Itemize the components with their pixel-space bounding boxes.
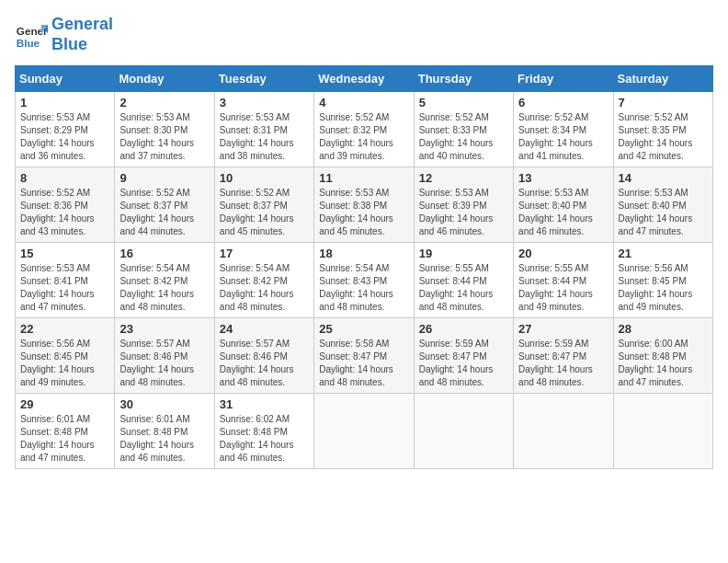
calendar-cell: 25 Sunrise: 5:58 AMSunset: 8:47 PMDaylig… xyxy=(314,318,414,394)
day-number: 23 xyxy=(119,322,209,336)
calendar-cell: 28 Sunrise: 6:00 AMSunset: 8:48 PMDaylig… xyxy=(613,318,712,394)
col-header-monday: Monday xyxy=(115,66,214,92)
day-number: 3 xyxy=(220,96,309,109)
calendar-cell: 19 Sunrise: 5:55 AMSunset: 8:44 PMDaylig… xyxy=(414,243,513,318)
day-info: Sunrise: 5:53 AMSunset: 8:38 PMDaylight:… xyxy=(319,188,393,236)
day-info: Sunrise: 5:52 AMSunset: 8:32 PMDaylight:… xyxy=(319,112,393,161)
calendar-cell: 2 Sunrise: 5:53 AMSunset: 8:30 PMDayligh… xyxy=(115,92,214,167)
day-info: Sunrise: 5:55 AMSunset: 8:44 PMDaylight:… xyxy=(518,263,593,312)
day-number: 10 xyxy=(220,171,309,185)
calendar-cell: 22 Sunrise: 5:56 AMSunset: 8:45 PMDaylig… xyxy=(16,318,115,394)
day-info: Sunrise: 6:01 AMSunset: 8:48 PMDaylight:… xyxy=(119,414,194,463)
calendar-cell xyxy=(613,394,712,469)
calendar-cell: 16 Sunrise: 5:54 AMSunset: 8:42 PMDaylig… xyxy=(115,243,214,318)
calendar-cell: 8 Sunrise: 5:52 AMSunset: 8:36 PMDayligh… xyxy=(16,167,115,243)
calendar-cell: 14 Sunrise: 5:53 AMSunset: 8:40 PMDaylig… xyxy=(613,167,712,243)
calendar-header-row: SundayMondayTuesdayWednesdayThursdayFrid… xyxy=(16,66,713,92)
day-number: 14 xyxy=(619,171,708,185)
day-number: 5 xyxy=(419,96,508,109)
day-info: Sunrise: 5:58 AMSunset: 8:47 PMDaylight:… xyxy=(319,339,393,387)
calendar-cell: 15 Sunrise: 5:53 AMSunset: 8:41 PMDaylig… xyxy=(16,243,115,318)
svg-text:Blue: Blue xyxy=(17,36,40,48)
day-info: Sunrise: 6:02 AMSunset: 8:48 PMDaylight:… xyxy=(220,414,294,463)
calendar-week-row: 15 Sunrise: 5:53 AMSunset: 8:41 PMDaylig… xyxy=(16,243,713,318)
day-info: Sunrise: 5:53 AMSunset: 8:40 PMDaylight:… xyxy=(518,188,593,236)
day-number: 19 xyxy=(419,247,508,260)
calendar-cell: 4 Sunrise: 5:52 AMSunset: 8:32 PMDayligh… xyxy=(314,92,414,167)
calendar-cell: 23 Sunrise: 5:57 AMSunset: 8:46 PMDaylig… xyxy=(115,318,214,394)
day-info: Sunrise: 5:55 AMSunset: 8:44 PMDaylight:… xyxy=(419,263,494,312)
day-info: Sunrise: 5:57 AMSunset: 8:46 PMDaylight:… xyxy=(119,339,194,387)
day-info: Sunrise: 5:56 AMSunset: 8:45 PMDaylight:… xyxy=(20,339,95,387)
col-header-saturday: Saturday xyxy=(613,66,712,92)
calendar-cell: 20 Sunrise: 5:55 AMSunset: 8:44 PMDaylig… xyxy=(514,243,613,318)
day-number: 22 xyxy=(20,322,109,336)
col-header-friday: Friday xyxy=(514,66,613,92)
day-number: 17 xyxy=(220,247,309,260)
day-info: Sunrise: 5:59 AMSunset: 8:47 PMDaylight:… xyxy=(518,339,593,387)
day-info: Sunrise: 5:59 AMSunset: 8:47 PMDaylight:… xyxy=(419,339,494,387)
calendar-cell: 17 Sunrise: 5:54 AMSunset: 8:42 PMDaylig… xyxy=(214,243,313,318)
day-number: 28 xyxy=(619,322,708,336)
calendar-table: SundayMondayTuesdayWednesdayThursdayFrid… xyxy=(15,65,713,469)
day-number: 29 xyxy=(20,397,109,411)
day-info: Sunrise: 6:00 AMSunset: 8:48 PMDaylight:… xyxy=(619,339,693,387)
day-number: 6 xyxy=(518,96,608,109)
calendar-cell: 6 Sunrise: 5:52 AMSunset: 8:34 PMDayligh… xyxy=(514,92,613,167)
logo-text: GeneralBlue xyxy=(51,15,113,54)
calendar-cell xyxy=(414,394,513,469)
day-info: Sunrise: 5:52 AMSunset: 8:37 PMDaylight:… xyxy=(119,188,194,236)
day-info: Sunrise: 6:01 AMSunset: 8:48 PMDaylight:… xyxy=(20,414,95,463)
day-number: 7 xyxy=(619,96,708,109)
calendar-cell: 31 Sunrise: 6:02 AMSunset: 8:48 PMDaylig… xyxy=(214,394,313,469)
calendar-cell: 21 Sunrise: 5:56 AMSunset: 8:45 PMDaylig… xyxy=(613,243,712,318)
day-number: 8 xyxy=(20,171,109,185)
calendar-cell: 10 Sunrise: 5:52 AMSunset: 8:37 PMDaylig… xyxy=(214,167,313,243)
day-number: 21 xyxy=(619,247,708,260)
calendar-week-row: 1 Sunrise: 5:53 AMSunset: 8:29 PMDayligh… xyxy=(16,92,713,167)
day-number: 16 xyxy=(119,247,209,260)
calendar-cell: 13 Sunrise: 5:53 AMSunset: 8:40 PMDaylig… xyxy=(514,167,613,243)
calendar-cell: 18 Sunrise: 5:54 AMSunset: 8:43 PMDaylig… xyxy=(314,243,414,318)
day-number: 20 xyxy=(518,247,608,260)
day-info: Sunrise: 5:54 AMSunset: 8:43 PMDaylight:… xyxy=(319,263,393,312)
day-number: 2 xyxy=(119,96,209,109)
day-number: 4 xyxy=(319,96,408,109)
col-header-wednesday: Wednesday xyxy=(314,66,414,92)
day-number: 13 xyxy=(518,171,608,185)
day-info: Sunrise: 5:52 AMSunset: 8:34 PMDaylight:… xyxy=(518,112,593,161)
day-info: Sunrise: 5:53 AMSunset: 8:39 PMDaylight:… xyxy=(419,188,494,236)
calendar-cell: 24 Sunrise: 5:57 AMSunset: 8:46 PMDaylig… xyxy=(214,318,313,394)
day-number: 26 xyxy=(419,322,508,336)
logo-icon: General Blue xyxy=(15,18,48,52)
calendar-week-row: 8 Sunrise: 5:52 AMSunset: 8:36 PMDayligh… xyxy=(16,167,713,243)
calendar-cell: 3 Sunrise: 5:53 AMSunset: 8:31 PMDayligh… xyxy=(214,92,313,167)
day-info: Sunrise: 5:54 AMSunset: 8:42 PMDaylight:… xyxy=(220,263,294,312)
day-info: Sunrise: 5:53 AMSunset: 8:29 PMDaylight:… xyxy=(20,112,95,161)
calendar-cell: 26 Sunrise: 5:59 AMSunset: 8:47 PMDaylig… xyxy=(414,318,513,394)
day-number: 9 xyxy=(119,171,209,185)
day-number: 25 xyxy=(319,322,408,336)
day-number: 27 xyxy=(518,322,608,336)
day-info: Sunrise: 5:53 AMSunset: 8:41 PMDaylight:… xyxy=(20,263,95,312)
day-info: Sunrise: 5:57 AMSunset: 8:46 PMDaylight:… xyxy=(220,339,294,387)
calendar-week-row: 22 Sunrise: 5:56 AMSunset: 8:45 PMDaylig… xyxy=(16,318,713,394)
page-header: General Blue GeneralBlue xyxy=(15,15,713,54)
day-info: Sunrise: 5:52 AMSunset: 8:33 PMDaylight:… xyxy=(419,112,494,161)
day-number: 1 xyxy=(20,96,109,109)
calendar-cell: 30 Sunrise: 6:01 AMSunset: 8:48 PMDaylig… xyxy=(115,394,214,469)
day-info: Sunrise: 5:53 AMSunset: 8:31 PMDaylight:… xyxy=(220,112,294,161)
day-number: 18 xyxy=(319,247,408,260)
col-header-sunday: Sunday xyxy=(16,66,115,92)
calendar-cell xyxy=(314,394,414,469)
col-header-tuesday: Tuesday xyxy=(214,66,313,92)
calendar-cell: 9 Sunrise: 5:52 AMSunset: 8:37 PMDayligh… xyxy=(115,167,214,243)
day-number: 31 xyxy=(220,397,309,411)
day-number: 11 xyxy=(319,171,408,185)
day-number: 24 xyxy=(220,322,309,336)
day-info: Sunrise: 5:52 AMSunset: 8:36 PMDaylight:… xyxy=(20,188,95,236)
col-header-thursday: Thursday xyxy=(414,66,513,92)
day-number: 30 xyxy=(119,397,209,411)
day-info: Sunrise: 5:54 AMSunset: 8:42 PMDaylight:… xyxy=(119,263,194,312)
day-number: 12 xyxy=(419,171,508,185)
